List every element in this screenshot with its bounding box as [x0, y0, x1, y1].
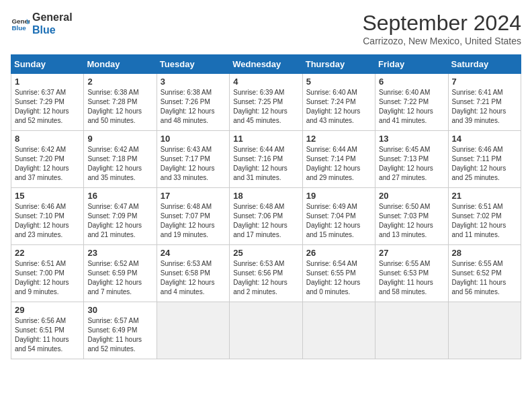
- page-header: General Blue General Blue September 2024…: [11, 11, 521, 46]
- calendar-cell: 1Sunrise: 6:37 AMSunset: 7:29 PMDaylight…: [11, 74, 84, 131]
- day-info: Sunrise: 6:52 AMSunset: 6:59 PMDaylight:…: [87, 259, 152, 297]
- day-info: Sunrise: 6:44 AMSunset: 7:14 PMDaylight:…: [306, 145, 371, 183]
- day-number: 10: [161, 134, 226, 144]
- day-info: Sunrise: 6:51 AMSunset: 7:00 PMDaylight:…: [15, 259, 80, 297]
- day-number: 6: [379, 77, 444, 87]
- day-info: Sunrise: 6:38 AMSunset: 7:26 PMDaylight:…: [161, 88, 226, 126]
- day-number: 1: [15, 77, 80, 87]
- weekday-header: Friday: [375, 55, 448, 74]
- day-info: Sunrise: 6:38 AMSunset: 7:28 PMDaylight:…: [87, 88, 152, 126]
- calendar-cell: 15Sunrise: 6:46 AMSunset: 7:10 PMDayligh…: [11, 188, 84, 245]
- calendar-cell: [157, 302, 229, 359]
- day-info: Sunrise: 6:40 AMSunset: 7:24 PMDaylight:…: [306, 88, 371, 126]
- weekday-header: Wednesday: [230, 55, 302, 74]
- calendar-cell: 8Sunrise: 6:42 AMSunset: 7:20 PMDaylight…: [11, 131, 84, 188]
- day-number: 29: [15, 305, 80, 315]
- day-info: Sunrise: 6:37 AMSunset: 7:29 PMDaylight:…: [15, 88, 80, 126]
- day-info: Sunrise: 6:43 AMSunset: 7:17 PMDaylight:…: [161, 145, 226, 183]
- calendar-cell: 10Sunrise: 6:43 AMSunset: 7:17 PMDayligh…: [157, 131, 229, 188]
- weekday-header: Sunday: [11, 55, 84, 74]
- day-number: 3: [161, 77, 226, 87]
- day-info: Sunrise: 6:39 AMSunset: 7:25 PMDaylight:…: [233, 88, 298, 126]
- calendar-cell: [375, 302, 448, 359]
- calendar-cell: 16Sunrise: 6:47 AMSunset: 7:09 PMDayligh…: [84, 188, 157, 245]
- day-number: 23: [87, 248, 152, 258]
- calendar-cell: 28Sunrise: 6:55 AMSunset: 6:52 PMDayligh…: [448, 245, 521, 302]
- logo-line2: Blue: [32, 24, 73, 36]
- day-info: Sunrise: 6:57 AMSunset: 6:49 PMDaylight:…: [87, 316, 152, 354]
- calendar-cell: 24Sunrise: 6:53 AMSunset: 6:58 PMDayligh…: [157, 245, 229, 302]
- calendar-cell: 25Sunrise: 6:53 AMSunset: 6:56 PMDayligh…: [230, 245, 302, 302]
- day-number: 8: [15, 134, 80, 144]
- day-number: 13: [379, 134, 444, 144]
- calendar-cell: 7Sunrise: 6:41 AMSunset: 7:21 PMDaylight…: [448, 74, 521, 131]
- day-number: 2: [87, 77, 152, 87]
- calendar-cell: [230, 302, 302, 359]
- day-info: Sunrise: 6:44 AMSunset: 7:16 PMDaylight:…: [233, 145, 298, 183]
- day-number: 9: [87, 134, 152, 144]
- day-info: Sunrise: 6:45 AMSunset: 7:13 PMDaylight:…: [379, 145, 444, 183]
- day-number: 26: [306, 248, 371, 258]
- day-number: 20: [379, 191, 444, 201]
- svg-text:Blue: Blue: [11, 24, 26, 32]
- calendar-cell: 30Sunrise: 6:57 AMSunset: 6:49 PMDayligh…: [84, 302, 157, 359]
- calendar-table: SundayMondayTuesdayWednesdayThursdayFrid…: [11, 54, 521, 359]
- day-info: Sunrise: 6:40 AMSunset: 7:22 PMDaylight:…: [379, 88, 444, 126]
- day-number: 27: [379, 248, 444, 258]
- logo-line1: General: [32, 11, 73, 24]
- day-number: 17: [161, 191, 226, 201]
- day-number: 24: [161, 248, 226, 258]
- day-info: Sunrise: 6:55 AMSunset: 6:53 PMDaylight:…: [379, 259, 444, 297]
- calendar-cell: 3Sunrise: 6:38 AMSunset: 7:26 PMDaylight…: [157, 74, 229, 131]
- calendar-cell: 19Sunrise: 6:49 AMSunset: 7:04 PMDayligh…: [302, 188, 375, 245]
- calendar-cell: 12Sunrise: 6:44 AMSunset: 7:14 PMDayligh…: [302, 131, 375, 188]
- calendar-cell: 11Sunrise: 6:44 AMSunset: 7:16 PMDayligh…: [230, 131, 302, 188]
- day-number: 16: [87, 191, 152, 201]
- weekday-header: Monday: [84, 55, 157, 74]
- day-info: Sunrise: 6:56 AMSunset: 6:51 PMDaylight:…: [15, 316, 80, 354]
- calendar-cell: 9Sunrise: 6:42 AMSunset: 7:18 PMDaylight…: [84, 131, 157, 188]
- day-info: Sunrise: 6:48 AMSunset: 7:06 PMDaylight:…: [233, 202, 298, 240]
- day-number: 22: [15, 248, 80, 258]
- day-number: 4: [233, 77, 298, 87]
- location: Carrizozo, New Mexico, United States: [362, 36, 521, 46]
- day-number: 19: [306, 191, 371, 201]
- weekday-header: Saturday: [448, 55, 521, 74]
- day-info: Sunrise: 6:42 AMSunset: 7:18 PMDaylight:…: [87, 145, 152, 183]
- day-info: Sunrise: 6:50 AMSunset: 7:03 PMDaylight:…: [379, 202, 444, 240]
- logo: General Blue General Blue: [11, 11, 73, 36]
- day-number: 28: [452, 248, 517, 258]
- calendar-cell: 26Sunrise: 6:54 AMSunset: 6:55 PMDayligh…: [302, 245, 375, 302]
- day-info: Sunrise: 6:41 AMSunset: 7:21 PMDaylight:…: [452, 88, 517, 126]
- day-info: Sunrise: 6:46 AMSunset: 7:11 PMDaylight:…: [452, 145, 517, 183]
- day-number: 7: [452, 77, 517, 87]
- day-number: 25: [233, 248, 298, 258]
- day-number: 30: [87, 305, 152, 315]
- day-info: Sunrise: 6:49 AMSunset: 7:04 PMDaylight:…: [306, 202, 371, 240]
- calendar-cell: 23Sunrise: 6:52 AMSunset: 6:59 PMDayligh…: [84, 245, 157, 302]
- calendar-cell: 27Sunrise: 6:55 AMSunset: 6:53 PMDayligh…: [375, 245, 448, 302]
- day-info: Sunrise: 6:48 AMSunset: 7:07 PMDaylight:…: [161, 202, 226, 240]
- title-area: September 2024 Carrizozo, New Mexico, Un…: [362, 11, 521, 46]
- calendar-cell: 13Sunrise: 6:45 AMSunset: 7:13 PMDayligh…: [375, 131, 448, 188]
- calendar-cell: 18Sunrise: 6:48 AMSunset: 7:06 PMDayligh…: [230, 188, 302, 245]
- day-info: Sunrise: 6:46 AMSunset: 7:10 PMDaylight:…: [15, 202, 80, 240]
- calendar-cell: 21Sunrise: 6:51 AMSunset: 7:02 PMDayligh…: [448, 188, 521, 245]
- logo-icon: General Blue: [11, 14, 30, 33]
- day-number: 5: [306, 77, 371, 87]
- day-number: 21: [452, 191, 517, 201]
- calendar-cell: [448, 302, 521, 359]
- day-info: Sunrise: 6:51 AMSunset: 7:02 PMDaylight:…: [452, 202, 517, 240]
- calendar-cell: 29Sunrise: 6:56 AMSunset: 6:51 PMDayligh…: [11, 302, 84, 359]
- calendar-cell: 6Sunrise: 6:40 AMSunset: 7:22 PMDaylight…: [375, 74, 448, 131]
- calendar-cell: 2Sunrise: 6:38 AMSunset: 7:28 PMDaylight…: [84, 74, 157, 131]
- weekday-header: Tuesday: [157, 55, 229, 74]
- day-number: 18: [233, 191, 298, 201]
- calendar-cell: 4Sunrise: 6:39 AMSunset: 7:25 PMDaylight…: [230, 74, 302, 131]
- day-number: 12: [306, 134, 371, 144]
- day-info: Sunrise: 6:47 AMSunset: 7:09 PMDaylight:…: [87, 202, 152, 240]
- calendar-cell: 22Sunrise: 6:51 AMSunset: 7:00 PMDayligh…: [11, 245, 84, 302]
- calendar-cell: 20Sunrise: 6:50 AMSunset: 7:03 PMDayligh…: [375, 188, 448, 245]
- day-number: 11: [233, 134, 298, 144]
- day-number: 14: [452, 134, 517, 144]
